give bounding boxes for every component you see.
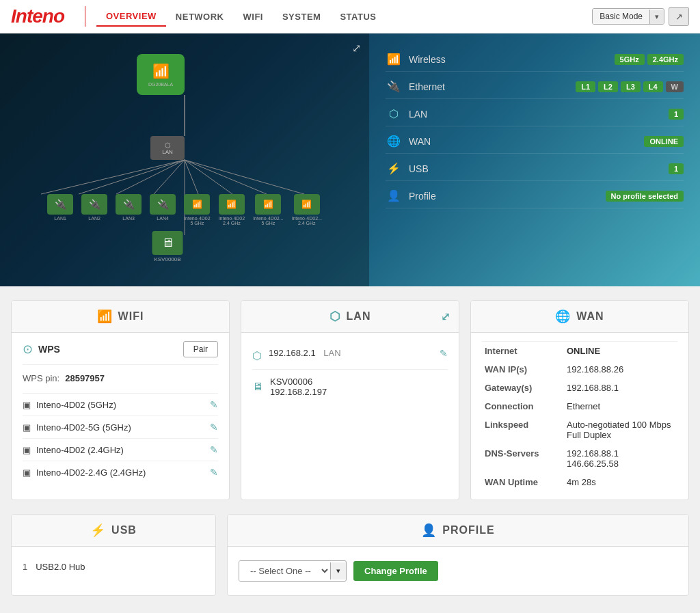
pair-button[interactable]: Pair <box>183 341 218 357</box>
usb-header-icon: ⚡ <box>90 523 106 538</box>
badge-l2: L2 <box>598 81 618 92</box>
mode-select[interactable]: Basic Mode ▾ <box>592 8 664 25</box>
wps-icon: ⊙ <box>23 342 33 357</box>
wan-label-connection: Connection <box>482 397 564 416</box>
wifi-edit-4[interactable]: ✎ <box>210 467 218 478</box>
wan-row-internet: Internet ONLINE <box>482 342 677 361</box>
nav-wifi[interactable]: WIFI <box>234 8 273 26</box>
wan-badges: ONLINE <box>644 136 684 147</box>
list-item: 🔌 LAN2 <box>81 194 107 226</box>
wifi-network-2: ▣ Inteno-4D02-5G (5GHz) ✎ <box>23 416 218 438</box>
wifi-card-body: ⊙ WPS Pair WPS pin: 28597957 ▣ Inteno-4D… <box>12 333 229 491</box>
wan-label-gateway: Gateway(s) <box>482 379 564 397</box>
usb-card-header: ⚡ USB <box>12 515 215 547</box>
usb-device-1: 1 USB2.0 Hub <box>23 555 204 579</box>
profile-dropdown-arrow[interactable]: ▾ <box>330 562 346 580</box>
profile-status-icon: 👤 <box>386 189 402 202</box>
network-diagram: 📶 DG20BALA ⬡ LAN 🔌 LAN1 🔌 LAN2 <box>21 47 349 266</box>
wifi-edit-1[interactable]: ✎ <box>210 399 218 410</box>
badge-l3: L3 <box>621 81 641 92</box>
wan-value-internet: ONLINE <box>564 342 677 361</box>
wifi-edit-3[interactable]: ✎ <box>210 444 218 455</box>
list-item: 📶 Inteno-4D02...2.4 GHz <box>292 194 322 226</box>
wan-value-ip: 192.168.88.26 <box>564 360 677 379</box>
wan-label-internet: Internet <box>482 342 564 361</box>
status-wan: 🌐 WAN ONLINE <box>386 129 684 154</box>
wifi-net-icon-2: ▣ <box>23 422 31 433</box>
svg-line-4 <box>154 160 185 194</box>
hero-network-diagram: ⤢ 📶 DG20BALA <box>0 33 369 286</box>
lan-badges: 1 <box>669 109 684 120</box>
wan-card-title: WAN <box>576 310 604 323</box>
svg-line-6 <box>185 160 232 194</box>
wan-card: 🌐 WAN Internet ONLINE WAN IP(s) 192.168.… <box>470 300 689 500</box>
nav-network[interactable]: NETWORK <box>166 8 234 26</box>
router-wifi-icon: 📶 <box>152 63 170 79</box>
mode-dropdown-arrow[interactable]: ▾ <box>649 10 664 24</box>
header: Inteno OVERVIEW NETWORK WIFI SYSTEM STAT… <box>0 0 700 33</box>
wps-pin-row: WPS pin: 28597957 <box>23 373 218 383</box>
wireless-badges: 5GHz 2.4GHz <box>615 54 684 65</box>
wan-table: Internet ONLINE WAN IP(s) 192.168.88.26 … <box>482 341 677 491</box>
badge-lan-count: 1 <box>669 109 684 120</box>
lan1-icon: 🔌 <box>47 194 73 215</box>
wifi-net-name-2: Inteno-4D02-5G (5GHz) <box>36 422 204 433</box>
profile-select-wrap[interactable]: -- Select One -- ▾ <box>239 560 347 582</box>
hero-status-panel: 📶 Wireless 5GHz 2.4GHz 🔌 Ethernet L1 L2 … <box>369 33 700 286</box>
wifi3-icon: 📶 <box>255 194 281 215</box>
badge-24ghz: 2.4GHz <box>647 54 684 65</box>
wifi-network-1: ▣ Inteno-4D02 (5GHz) ✎ <box>23 393 218 416</box>
profile-card-body: -- Select One -- ▾ Change Profile <box>228 547 688 595</box>
wifi-card: 📶 WIFI ⊙ WPS Pair WPS pin: 28597957 ▣ In… <box>11 300 230 500</box>
wan-row-dns: DNS-Servers 192.168.88.1 146.66.25.58 <box>482 444 677 473</box>
lan-gateway-icon: ⬡ <box>252 349 262 362</box>
wifi3-label: Inteno-4D02...5 GHz <box>253 216 283 226</box>
wan-label-uptime: WAN Uptime <box>482 473 564 491</box>
top-cards-row: 📶 WIFI ⊙ WPS Pair WPS pin: 28597957 ▣ In… <box>11 300 689 500</box>
lan-header-icon: ⬡ <box>329 309 341 324</box>
expand-icon[interactable]: ⤢ <box>352 42 361 55</box>
wan-card-body: Internet ONLINE WAN IP(s) 192.168.88.26 … <box>471 333 688 500</box>
badge-w: W <box>666 81 684 92</box>
lan2-label: LAN2 <box>88 216 100 221</box>
nav-system[interactable]: SYSTEM <box>273 8 330 26</box>
badge-l1: L1 <box>576 81 595 92</box>
bottom-device: 🖥 KSV0000B <box>152 231 183 262</box>
svg-line-2 <box>79 160 185 194</box>
wan-status-label: WAN <box>409 136 637 147</box>
list-item: 🔌 LAN3 <box>116 194 142 226</box>
wifi-net-icon-3: ▣ <box>23 445 31 455</box>
wifi-net-icon-1: ▣ <box>23 400 31 410</box>
device-row: 🔌 LAN1 🔌 LAN2 🔌 LAN3 🔌 LAN4 <box>21 194 349 226</box>
wifi-net-name-3: Inteno-4D02 (2.4GHz) <box>36 445 204 455</box>
lan-gateway-edit[interactable]: ✎ <box>440 348 448 359</box>
usb-device-name: USB2.0 Hub <box>36 562 85 572</box>
wifi4-label: Inteno-4D02...2.4 GHz <box>292 216 322 226</box>
wps-row: ⊙ WPS Pair <box>23 341 218 365</box>
nav-status[interactable]: STATUS <box>330 8 386 26</box>
wan-value-gateway: 192.168.88.1 <box>564 379 677 397</box>
export-button[interactable]: ↗ <box>669 7 689 26</box>
wan-value-uptime: 4m 28s <box>564 473 677 491</box>
wifi-net-name-4: Inteno-4D02-2.4G (2.4GHz) <box>36 467 204 478</box>
status-wireless: 📶 Wireless 5GHz 2.4GHz <box>386 47 684 72</box>
nav: OVERVIEW NETWORK WIFI SYSTEM STATUS <box>96 7 386 27</box>
lan-expand-icon[interactable]: ⤢ <box>441 310 450 323</box>
wifi-edit-2[interactable]: ✎ <box>210 422 218 433</box>
profile-select[interactable]: -- Select One -- <box>239 561 330 581</box>
wifi4-icon: 📶 <box>294 194 320 215</box>
wan-card-header: 🌐 WAN <box>471 301 688 333</box>
lan-device-row: 🖥 KSV00006 192.168.2.197 <box>252 370 448 404</box>
lan-card-body: ⬡ 192.168.2.1 LAN ✎ 🖥 KSV00006 192.168.2… <box>241 333 459 412</box>
lan3-icon: 🔌 <box>116 194 142 215</box>
ethernet-badges: L1 L2 L3 L4 W <box>576 81 684 92</box>
hero-banner: ⤢ 📶 DG20BALA <box>0 33 700 286</box>
router-label: DG20BALA <box>148 82 173 87</box>
list-item: 📶 Inteno-4D022.4 GHz <box>219 194 245 226</box>
wifi1-icon: 📶 <box>184 194 210 215</box>
wan-row-uptime: WAN Uptime 4m 28s <box>482 473 677 491</box>
usb-status-icon: ⚡ <box>386 162 402 175</box>
nav-overview[interactable]: OVERVIEW <box>96 7 166 27</box>
wifi-net-icon-4: ▣ <box>23 467 31 478</box>
change-profile-button[interactable]: Change Profile <box>353 561 438 581</box>
